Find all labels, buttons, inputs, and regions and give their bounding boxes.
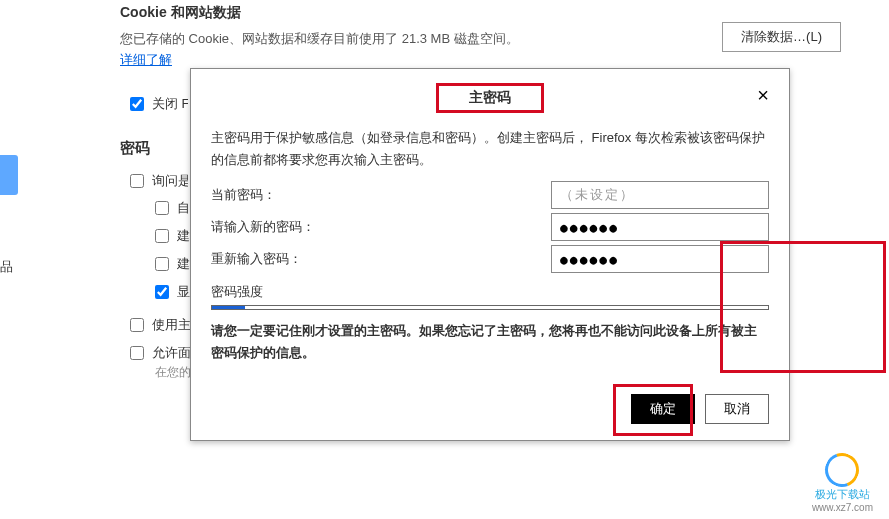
strength-label: 密码强度	[211, 283, 769, 301]
ask-save-checkbox[interactable]	[130, 174, 144, 188]
sub-option-2-label: 建	[177, 227, 191, 245]
repeat-password-field[interactable]	[551, 245, 769, 273]
sub-option-2-checkbox[interactable]	[155, 229, 169, 243]
sub-option-3-label: 建	[177, 255, 191, 273]
cookie-learn-more-link[interactable]: 详细了解	[120, 52, 172, 67]
current-password-label: 当前密码：	[211, 186, 551, 204]
watermark-url: www.xz7.com	[812, 502, 873, 513]
master-password-dialog: 主密码 × 主密码用于保护敏感信息（如登录信息和密码）。创建主密码后， Fire…	[190, 68, 790, 441]
dialog-title: 主密码	[436, 83, 544, 113]
ask-save-label: 询问是	[152, 172, 188, 190]
sub-option-1-checkbox[interactable]	[155, 201, 169, 215]
new-password-label: 请输入新的密码：	[211, 218, 551, 236]
sidebar-active-indicator	[0, 155, 18, 195]
strength-meter-fill	[212, 306, 245, 309]
repeat-password-label: 重新输入密码：	[211, 250, 551, 268]
ms-sso-checkbox[interactable]	[130, 346, 144, 360]
warning-text: 请您一定要记住刚才设置的主密码。如果您忘记了主密码，您将再也不能访问此设备上所有…	[211, 320, 769, 364]
sub-option-3-checkbox[interactable]	[155, 257, 169, 271]
cancel-button[interactable]: 取消	[705, 394, 769, 424]
close-button[interactable]: ×	[757, 85, 769, 105]
sub-option-1-label: 自	[177, 199, 191, 217]
ok-button[interactable]: 确定	[631, 394, 695, 424]
use-master-checkbox[interactable]	[130, 318, 144, 332]
use-master-label: 使用主	[152, 316, 194, 334]
watermark: 极光下载站 www.xz7.com	[812, 453, 873, 513]
close-firefox-checkbox[interactable]	[130, 97, 144, 111]
show-label: 显	[177, 283, 191, 301]
watermark-name: 极光下载站	[812, 487, 873, 502]
strength-meter	[211, 305, 769, 310]
close-firefox-label: 关闭 F	[152, 95, 188, 113]
clear-data-button[interactable]: 清除数据…(L)	[722, 22, 841, 52]
sidebar-cut-text: 品	[0, 258, 18, 276]
show-checkbox[interactable]	[155, 285, 169, 299]
watermark-icon	[825, 453, 859, 487]
dialog-description: 主密码用于保护敏感信息（如登录信息和密码）。创建主密码后， Firefox 每次…	[211, 127, 769, 171]
cookie-section-title: Cookie 和网站数据	[120, 4, 889, 22]
new-password-field[interactable]	[551, 213, 769, 241]
current-password-field	[551, 181, 769, 209]
